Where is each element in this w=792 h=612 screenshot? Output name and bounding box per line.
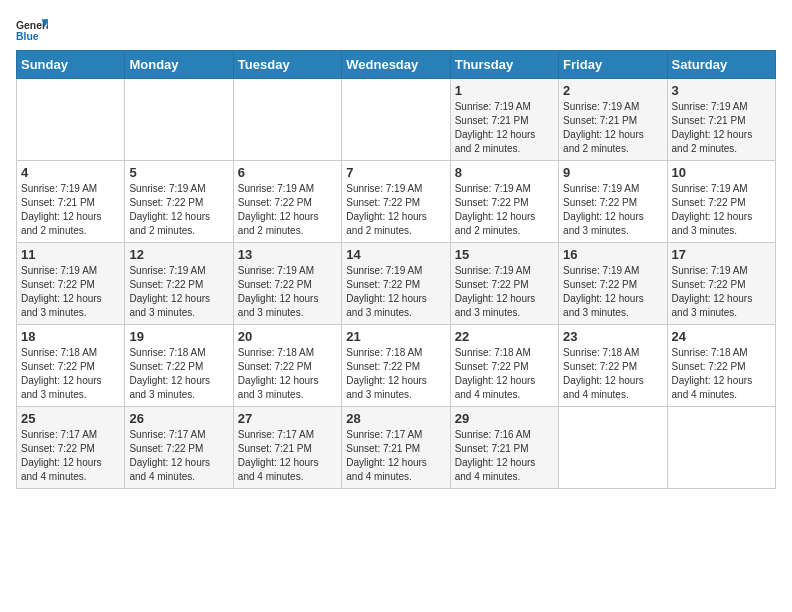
calendar-week-2: 4Sunrise: 7:19 AM Sunset: 7:21 PM Daylig… xyxy=(17,161,776,243)
header-day-thursday: Thursday xyxy=(450,51,558,79)
day-number: 5 xyxy=(129,165,228,180)
day-number: 17 xyxy=(672,247,771,262)
day-info: Sunrise: 7:17 AM Sunset: 7:22 PM Dayligh… xyxy=(129,428,228,484)
calendar-cell xyxy=(125,79,233,161)
header-day-sunday: Sunday xyxy=(17,51,125,79)
day-number: 6 xyxy=(238,165,337,180)
calendar-cell: 6Sunrise: 7:19 AM Sunset: 7:22 PM Daylig… xyxy=(233,161,341,243)
day-info: Sunrise: 7:18 AM Sunset: 7:22 PM Dayligh… xyxy=(563,346,662,402)
day-number: 19 xyxy=(129,329,228,344)
day-number: 13 xyxy=(238,247,337,262)
day-number: 7 xyxy=(346,165,445,180)
day-info: Sunrise: 7:18 AM Sunset: 7:22 PM Dayligh… xyxy=(21,346,120,402)
calendar-cell: 2Sunrise: 7:19 AM Sunset: 7:21 PM Daylig… xyxy=(559,79,667,161)
calendar-cell: 23Sunrise: 7:18 AM Sunset: 7:22 PM Dayli… xyxy=(559,325,667,407)
calendar-cell xyxy=(559,407,667,489)
day-info: Sunrise: 7:19 AM Sunset: 7:22 PM Dayligh… xyxy=(346,264,445,320)
day-info: Sunrise: 7:19 AM Sunset: 7:22 PM Dayligh… xyxy=(672,182,771,238)
day-number: 14 xyxy=(346,247,445,262)
day-number: 25 xyxy=(21,411,120,426)
day-info: Sunrise: 7:17 AM Sunset: 7:21 PM Dayligh… xyxy=(346,428,445,484)
calendar-week-3: 11Sunrise: 7:19 AM Sunset: 7:22 PM Dayli… xyxy=(17,243,776,325)
calendar-week-5: 25Sunrise: 7:17 AM Sunset: 7:22 PM Dayli… xyxy=(17,407,776,489)
calendar-cell: 22Sunrise: 7:18 AM Sunset: 7:22 PM Dayli… xyxy=(450,325,558,407)
day-info: Sunrise: 7:18 AM Sunset: 7:22 PM Dayligh… xyxy=(455,346,554,402)
day-number: 4 xyxy=(21,165,120,180)
calendar-body: 1Sunrise: 7:19 AM Sunset: 7:21 PM Daylig… xyxy=(17,79,776,489)
day-number: 12 xyxy=(129,247,228,262)
day-info: Sunrise: 7:19 AM Sunset: 7:21 PM Dayligh… xyxy=(21,182,120,238)
day-number: 8 xyxy=(455,165,554,180)
calendar-cell: 13Sunrise: 7:19 AM Sunset: 7:22 PM Dayli… xyxy=(233,243,341,325)
day-info: Sunrise: 7:16 AM Sunset: 7:21 PM Dayligh… xyxy=(455,428,554,484)
calendar-header: SundayMondayTuesdayWednesdayThursdayFrid… xyxy=(17,51,776,79)
calendar-cell xyxy=(342,79,450,161)
calendar-cell: 19Sunrise: 7:18 AM Sunset: 7:22 PM Dayli… xyxy=(125,325,233,407)
calendar-cell: 29Sunrise: 7:16 AM Sunset: 7:21 PM Dayli… xyxy=(450,407,558,489)
calendar-cell: 18Sunrise: 7:18 AM Sunset: 7:22 PM Dayli… xyxy=(17,325,125,407)
day-number: 11 xyxy=(21,247,120,262)
day-info: Sunrise: 7:19 AM Sunset: 7:22 PM Dayligh… xyxy=(455,182,554,238)
day-number: 9 xyxy=(563,165,662,180)
day-info: Sunrise: 7:19 AM Sunset: 7:22 PM Dayligh… xyxy=(563,264,662,320)
calendar-cell: 14Sunrise: 7:19 AM Sunset: 7:22 PM Dayli… xyxy=(342,243,450,325)
calendar-cell: 20Sunrise: 7:18 AM Sunset: 7:22 PM Dayli… xyxy=(233,325,341,407)
day-number: 15 xyxy=(455,247,554,262)
day-info: Sunrise: 7:19 AM Sunset: 7:22 PM Dayligh… xyxy=(129,182,228,238)
calendar-cell: 27Sunrise: 7:17 AM Sunset: 7:21 PM Dayli… xyxy=(233,407,341,489)
day-info: Sunrise: 7:18 AM Sunset: 7:22 PM Dayligh… xyxy=(238,346,337,402)
header-day-tuesday: Tuesday xyxy=(233,51,341,79)
day-number: 21 xyxy=(346,329,445,344)
day-info: Sunrise: 7:18 AM Sunset: 7:22 PM Dayligh… xyxy=(129,346,228,402)
day-info: Sunrise: 7:19 AM Sunset: 7:22 PM Dayligh… xyxy=(21,264,120,320)
calendar-cell: 17Sunrise: 7:19 AM Sunset: 7:22 PM Dayli… xyxy=(667,243,775,325)
day-number: 23 xyxy=(563,329,662,344)
calendar-cell: 11Sunrise: 7:19 AM Sunset: 7:22 PM Dayli… xyxy=(17,243,125,325)
calendar-cell: 15Sunrise: 7:19 AM Sunset: 7:22 PM Dayli… xyxy=(450,243,558,325)
calendar-cell: 7Sunrise: 7:19 AM Sunset: 7:22 PM Daylig… xyxy=(342,161,450,243)
day-info: Sunrise: 7:19 AM Sunset: 7:22 PM Dayligh… xyxy=(238,264,337,320)
calendar-cell: 1Sunrise: 7:19 AM Sunset: 7:21 PM Daylig… xyxy=(450,79,558,161)
calendar-cell: 21Sunrise: 7:18 AM Sunset: 7:22 PM Dayli… xyxy=(342,325,450,407)
calendar-cell xyxy=(667,407,775,489)
logo: General Blue xyxy=(16,16,50,44)
day-info: Sunrise: 7:19 AM Sunset: 7:21 PM Dayligh… xyxy=(455,100,554,156)
calendar-cell: 3Sunrise: 7:19 AM Sunset: 7:21 PM Daylig… xyxy=(667,79,775,161)
calendar-cell: 4Sunrise: 7:19 AM Sunset: 7:21 PM Daylig… xyxy=(17,161,125,243)
day-number: 24 xyxy=(672,329,771,344)
calendar-cell: 5Sunrise: 7:19 AM Sunset: 7:22 PM Daylig… xyxy=(125,161,233,243)
header-day-monday: Monday xyxy=(125,51,233,79)
day-number: 28 xyxy=(346,411,445,426)
calendar-cell: 10Sunrise: 7:19 AM Sunset: 7:22 PM Dayli… xyxy=(667,161,775,243)
day-number: 2 xyxy=(563,83,662,98)
calendar-week-4: 18Sunrise: 7:18 AM Sunset: 7:22 PM Dayli… xyxy=(17,325,776,407)
day-info: Sunrise: 7:19 AM Sunset: 7:22 PM Dayligh… xyxy=(563,182,662,238)
calendar-cell: 8Sunrise: 7:19 AM Sunset: 7:22 PM Daylig… xyxy=(450,161,558,243)
svg-text:Blue: Blue xyxy=(16,31,39,42)
day-info: Sunrise: 7:19 AM Sunset: 7:21 PM Dayligh… xyxy=(563,100,662,156)
header-row: SundayMondayTuesdayWednesdayThursdayFrid… xyxy=(17,51,776,79)
calendar-cell: 28Sunrise: 7:17 AM Sunset: 7:21 PM Dayli… xyxy=(342,407,450,489)
day-info: Sunrise: 7:19 AM Sunset: 7:21 PM Dayligh… xyxy=(672,100,771,156)
day-number: 20 xyxy=(238,329,337,344)
header-day-friday: Friday xyxy=(559,51,667,79)
day-info: Sunrise: 7:19 AM Sunset: 7:22 PM Dayligh… xyxy=(129,264,228,320)
page-header: General Blue xyxy=(16,16,776,44)
header-day-saturday: Saturday xyxy=(667,51,775,79)
calendar-cell: 25Sunrise: 7:17 AM Sunset: 7:22 PM Dayli… xyxy=(17,407,125,489)
day-info: Sunrise: 7:19 AM Sunset: 7:22 PM Dayligh… xyxy=(455,264,554,320)
day-info: Sunrise: 7:19 AM Sunset: 7:22 PM Dayligh… xyxy=(238,182,337,238)
calendar-cell: 24Sunrise: 7:18 AM Sunset: 7:22 PM Dayli… xyxy=(667,325,775,407)
day-info: Sunrise: 7:19 AM Sunset: 7:22 PM Dayligh… xyxy=(672,264,771,320)
day-number: 3 xyxy=(672,83,771,98)
day-number: 27 xyxy=(238,411,337,426)
calendar-cell xyxy=(17,79,125,161)
calendar-cell xyxy=(233,79,341,161)
calendar-cell: 12Sunrise: 7:19 AM Sunset: 7:22 PM Dayli… xyxy=(125,243,233,325)
day-info: Sunrise: 7:18 AM Sunset: 7:22 PM Dayligh… xyxy=(346,346,445,402)
day-number: 26 xyxy=(129,411,228,426)
calendar-cell: 26Sunrise: 7:17 AM Sunset: 7:22 PM Dayli… xyxy=(125,407,233,489)
calendar-cell: 9Sunrise: 7:19 AM Sunset: 7:22 PM Daylig… xyxy=(559,161,667,243)
header-day-wednesday: Wednesday xyxy=(342,51,450,79)
day-number: 1 xyxy=(455,83,554,98)
